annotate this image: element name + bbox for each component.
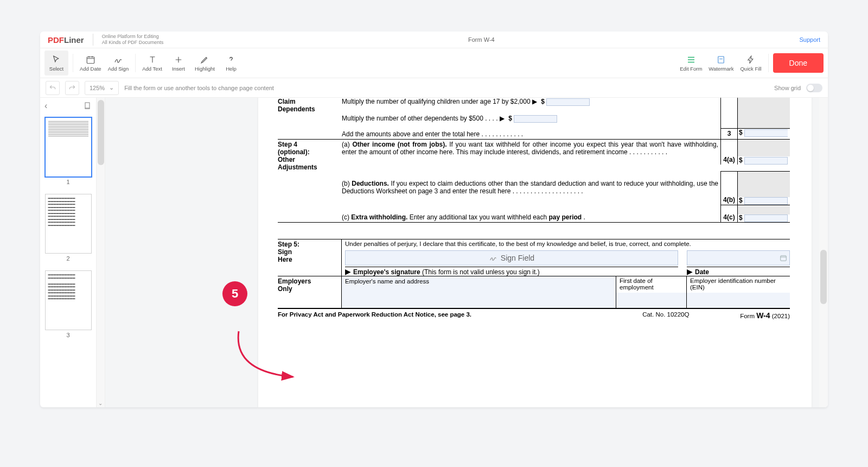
step3-line-a: Multiply the number of qualifying childr… (342, 98, 537, 105)
thumb-3-label: 3 (66, 332, 69, 338)
highlight-label: Highlight (195, 66, 215, 72)
watermark-icon (716, 55, 726, 65)
main-scrollbar[interactable] (819, 98, 828, 407)
svg-rect-1 (718, 56, 724, 63)
zoom-select[interactable]: 125% ⌄ (85, 81, 119, 95)
svg-rect-0 (87, 56, 94, 63)
help-label: Help (226, 66, 237, 72)
edit-form-label: Edit Form (680, 66, 702, 72)
select-tool[interactable]: Select (44, 51, 68, 75)
sign-field-label: Sign Field (501, 254, 534, 262)
canvas-area[interactable]: ClaimDependents Multiply the number of q… (105, 98, 819, 407)
scrollbar-handle[interactable] (98, 100, 104, 165)
s4a-pre: (a) (342, 141, 352, 148)
app-window: PDFLiner Online Platform for Editing All… (40, 31, 828, 407)
s4a-b: Other income (not from jobs). (352, 141, 446, 148)
field-4b[interactable] (744, 197, 788, 205)
num-4b: 4(b) (721, 195, 737, 205)
document-title: Form W-4 (163, 36, 799, 43)
form-icon (686, 55, 696, 65)
logo-mark: PDFLiner (48, 35, 84, 45)
step5-label-2: Sign (278, 248, 292, 256)
s4c-rest: Enter any additional tax you want withhe… (407, 213, 548, 221)
step5-label-3: Here (278, 256, 292, 263)
chevron-down-icon[interactable]: ⌄ (98, 400, 103, 406)
field-4c[interactable] (744, 214, 788, 222)
redo-button[interactable] (65, 81, 79, 95)
sig-label-b: Employee's signature (353, 268, 420, 276)
page-thumbnail-2[interactable]: ▬▬▬▬▬▬▬▬▬▬ ▬▬▬▬▬▬▬▬▬▬ ▬▬▬▬▬▬▬▬▬▬ ▬▬▬▬▬▬▬… (45, 194, 92, 254)
redo-icon (68, 84, 76, 92)
tagline-1: Online Platform for Editing (102, 34, 159, 39)
callout-num: 5 (232, 287, 238, 301)
watermark-label: Watermark (709, 66, 733, 72)
brand: PDFLiner Online Platform for Editing All… (48, 34, 163, 46)
done-button[interactable]: Done (773, 53, 824, 73)
s4b-pre: (b) (342, 180, 352, 187)
sign-field[interactable]: Sign Field (345, 250, 678, 266)
step4-label-1: Step 4 (278, 141, 297, 148)
add-date-label: Add Date (80, 66, 101, 72)
divider (135, 54, 136, 72)
footer-left: For Privacy Act and Paperwork Reduction … (278, 311, 471, 318)
date-field[interactable] (687, 250, 790, 266)
secondary-bar: 125% ⌄ Fill the form or use another tool… (40, 78, 828, 98)
step3-label-2: Dependents (278, 105, 315, 113)
scrollbar-handle[interactable] (820, 250, 827, 304)
emp-col2: First date of employment (620, 277, 654, 291)
support-link[interactable]: Support (799, 36, 820, 43)
body: ‹ 1 ▬▬▬▬▬▬▬▬▬▬ ▬▬▬▬▬▬▬▬▬▬ ▬▬▬▬▬▬▬▬▬▬ ▬▬▬… (40, 98, 828, 407)
help-tool[interactable]: Help (219, 51, 243, 75)
step4-label-4: Adjustments (278, 163, 317, 171)
num-4c: 4(c) (721, 212, 737, 222)
quick-fill-tool[interactable]: Quick Fill (738, 51, 763, 75)
callout-badge: 5 (222, 281, 247, 306)
dollar-sign: $ (739, 156, 743, 164)
tagline-2: All Kinds of PDF Documents (102, 40, 164, 45)
s4c-pre: (c) (342, 213, 351, 221)
svg-rect-3 (781, 256, 787, 261)
cursor-icon (52, 55, 61, 65)
chevron-left-icon[interactable]: ‹ (44, 101, 47, 111)
divider (768, 54, 769, 72)
step3-label-1: Claim (278, 98, 296, 105)
insert-tool[interactable]: Insert (167, 51, 190, 75)
highlight-tool[interactable]: Highlight (193, 51, 217, 75)
header-bar: PDFLiner Online Platform for Editing All… (40, 31, 828, 48)
page-thumbnail-1[interactable] (45, 117, 92, 177)
add-text-tool[interactable]: Add Text (140, 51, 164, 75)
thumbnail-sidebar: ‹ 1 ▬▬▬▬▬▬▬▬▬▬ ▬▬▬▬▬▬▬▬▬▬ ▬▬▬▬▬▬▬▬▬▬ ▬▬▬… (40, 98, 97, 407)
field-3a[interactable] (546, 98, 590, 106)
hint-text: Fill the form or use another tools to ch… (124, 85, 274, 91)
svg-rect-2 (85, 103, 90, 108)
emp-label-2: Only (278, 285, 292, 293)
emp-col3: Employer identification number (EIN) (690, 277, 776, 291)
calendar-icon (780, 254, 787, 262)
add-sign-tool[interactable]: Add Sign (106, 51, 131, 75)
watermark-tool[interactable]: Watermark (706, 51, 736, 75)
step3-line-b: Multiply the number of other dependents … (342, 115, 505, 122)
add-date-tool[interactable]: Add Date (78, 51, 104, 75)
num-3: 3 (727, 130, 731, 137)
dollar-sign: $ (739, 129, 743, 136)
footer-r1: Form (740, 313, 756, 319)
calendar-icon (86, 55, 95, 65)
field-3b[interactable] (514, 115, 557, 123)
footer-r2: W-4 (756, 311, 770, 320)
page-thumbnail-3[interactable]: ▬▬▬▬▬▬▬▬▬▬ ▬▬▬▬▬▬▬▬▬▬▬▬▬▬▬▬▬▬▬▬ ▬▬▬▬▬▬▬▬… (45, 270, 92, 330)
sidebar-scrollbar[interactable]: ⌄ (97, 98, 105, 407)
select-label: Select (49, 66, 63, 72)
sidebar-top: ‹ (40, 98, 96, 114)
undo-icon (49, 84, 56, 92)
show-grid-toggle[interactable] (806, 84, 822, 92)
date-label: Date (695, 268, 709, 276)
undo-button[interactable] (46, 81, 60, 95)
dollar-sign: $ (739, 197, 743, 204)
field-3-total[interactable] (744, 129, 788, 137)
quick-fill-label: Quick Fill (740, 66, 761, 72)
divider (73, 54, 73, 72)
field-4a[interactable] (744, 157, 788, 165)
pages-icon[interactable] (83, 102, 92, 110)
edit-form-tool[interactable]: Edit Form (678, 51, 704, 75)
s4c-b: Extra withholding. (351, 213, 407, 221)
